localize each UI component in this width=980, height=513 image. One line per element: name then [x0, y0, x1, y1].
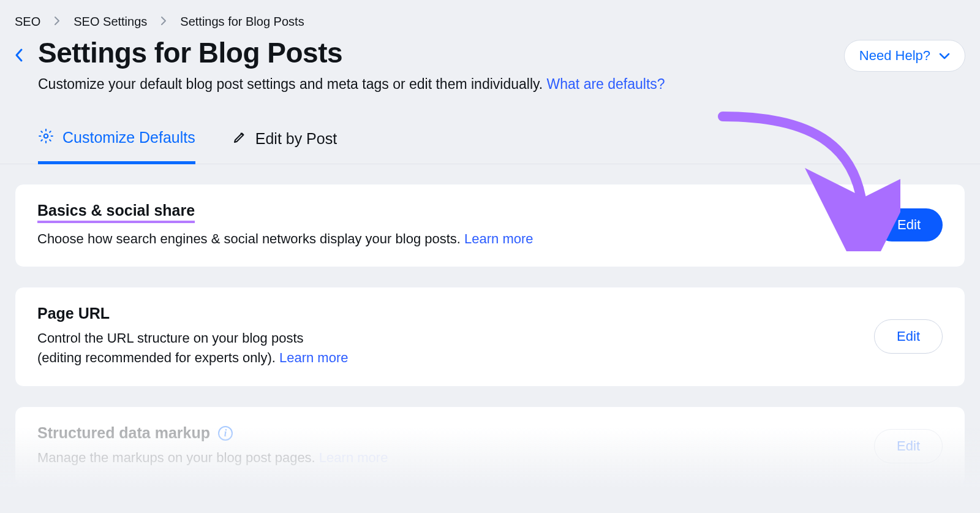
chevron-right-icon — [160, 15, 167, 29]
page-title: Settings for Blog Posts — [38, 37, 665, 69]
learn-more-link[interactable]: Learn more — [279, 350, 349, 365]
breadcrumb-seo-settings[interactable]: SEO Settings — [74, 15, 147, 29]
tabs: Customize Defaults Edit by Post — [0, 93, 980, 164]
breadcrumb: SEO SEO Settings Settings for Blog Posts — [0, 0, 980, 37]
edit-page-url-button[interactable]: Edit — [874, 319, 943, 354]
pencil-icon — [232, 130, 247, 148]
edit-basics-button[interactable]: Edit — [875, 208, 943, 241]
tab-customize-defaults[interactable]: Customize Defaults — [38, 128, 195, 164]
back-button[interactable] — [15, 47, 23, 67]
card-description: Choose how search engines & social netwo… — [37, 229, 533, 249]
tab-edit-by-post[interactable]: Edit by Post — [232, 128, 337, 164]
page-subtitle: Customize your default blog post setting… — [38, 76, 665, 93]
gear-icon — [38, 128, 54, 148]
card-title: Structured data markup i — [37, 424, 233, 442]
info-icon[interactable]: i — [218, 426, 233, 441]
card-structured-data: Structured data markup i Manage the mark… — [15, 406, 965, 487]
card-description: Manage the markups on your blog post pag… — [37, 448, 388, 468]
chevron-down-icon — [939, 48, 950, 64]
edit-structured-data-button[interactable]: Edit — [874, 429, 943, 463]
need-help-button[interactable]: Need Help? — [844, 40, 965, 72]
card-page-url: Page URL Control the URL structure on yo… — [15, 287, 965, 387]
what-are-defaults-link[interactable]: What are defaults? — [547, 76, 665, 92]
card-description: Control the URL structure on your blog p… — [37, 329, 349, 368]
card-basics-social-share: Basics & social share Choose how search … — [15, 184, 965, 268]
card-title: Basics & social share — [37, 202, 195, 223]
learn-more-link[interactable]: Learn more — [319, 450, 388, 465]
breadcrumb-seo[interactable]: SEO — [15, 15, 40, 29]
svg-point-0 — [44, 134, 48, 138]
breadcrumb-current: Settings for Blog Posts — [180, 15, 304, 29]
chevron-right-icon — [54, 15, 60, 29]
card-title: Page URL — [37, 305, 110, 322]
learn-more-link[interactable]: Learn more — [464, 231, 533, 246]
